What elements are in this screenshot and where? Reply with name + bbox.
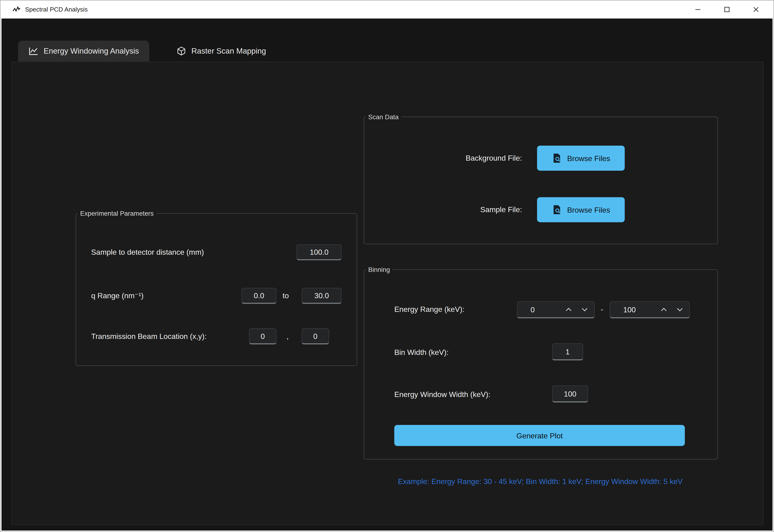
spin-up-icon[interactable] [660, 307, 667, 312]
q-min-input[interactable] [242, 288, 277, 304]
maximize-button[interactable] [712, 0, 741, 19]
distance-input[interactable] [297, 244, 342, 260]
energy-window-width-input[interactable] [552, 385, 588, 402]
scan-data-legend: Scan Data [366, 113, 401, 121]
app-window: Spectral PCD Analysis Energy Windowing A… [0, 0, 774, 532]
energy-min-spinbox[interactable]: 0 [517, 301, 595, 318]
window-title: Spectral PCD Analysis [25, 6, 87, 13]
cube-3d-icon [176, 46, 186, 56]
beam-y-input[interactable] [302, 328, 329, 344]
spin-up-icon[interactable] [565, 307, 572, 312]
example-text: Example: Energy Range: 30 - 45 keV; Bin … [364, 477, 717, 485]
energy-range-label: Energy Range (keV): [394, 304, 464, 314]
tab-energy-windowing-analysis[interactable]: Energy Windowing Analysis [18, 40, 149, 61]
line-chart-icon [28, 47, 39, 56]
browse-sample-button[interactable]: Browse Files [537, 197, 625, 222]
energy-max-value: 100 [623, 305, 636, 314]
beam-location-comma-label: , [287, 331, 289, 341]
beam-x-input[interactable] [249, 328, 277, 344]
energy-window-width-label: Energy Window Width (keV): [394, 389, 490, 400]
browse-button-label: Browse Files [567, 154, 610, 162]
energy-min-value: 0 [530, 305, 535, 314]
binning-group: Binning Energy Range (keV): 0 - 100 [364, 266, 718, 460]
tab-label: Energy Windowing Analysis [44, 47, 139, 56]
q-range-to-label: to [283, 291, 289, 301]
sample-file-label: Sample File: [394, 205, 522, 215]
generate-plot-label: Generate Plot [516, 431, 563, 440]
q-range-label: q Range (nm⁻¹) [91, 291, 143, 301]
tab-raster-scan-mapping[interactable]: Raster Scan Mapping [166, 40, 276, 61]
app-chart-icon [12, 5, 20, 13]
spin-down-icon[interactable] [581, 307, 588, 312]
close-button[interactable] [742, 0, 770, 19]
titlebar: Spectral PCD Analysis [0, 0, 774, 19]
energy-range-dash-label: - [601, 304, 603, 314]
experimental-parameters-legend: Experimental Parameters [78, 210, 156, 217]
background-file-label: Background File: [394, 153, 522, 163]
bin-width-input[interactable] [552, 343, 583, 360]
browse-button-label: Browse Files [567, 206, 610, 214]
file-search-icon [551, 204, 562, 215]
distance-label: Sample to detector distance (mm) [91, 247, 204, 257]
window-controls [683, 0, 770, 19]
beam-location-label: Transmission Beam Location (x,y): [91, 331, 207, 341]
spin-down-icon[interactable] [676, 307, 683, 312]
tab-label: Raster Scan Mapping [191, 47, 266, 56]
scan-data-group: Scan Data Background File: Browse Files … [364, 113, 718, 244]
binning-legend: Binning [366, 266, 393, 273]
browse-background-button[interactable]: Browse Files [537, 146, 625, 171]
file-search-icon [551, 153, 562, 164]
experimental-parameters-group: Experimental Parameters Sample to detect… [75, 210, 357, 366]
energy-max-spinbox[interactable]: 100 [610, 301, 690, 318]
generate-plot-button[interactable]: Generate Plot [394, 425, 685, 446]
minimize-button[interactable] [683, 0, 712, 19]
q-max-input[interactable] [302, 288, 342, 304]
bin-width-label: Bin Width (keV): [394, 347, 449, 357]
